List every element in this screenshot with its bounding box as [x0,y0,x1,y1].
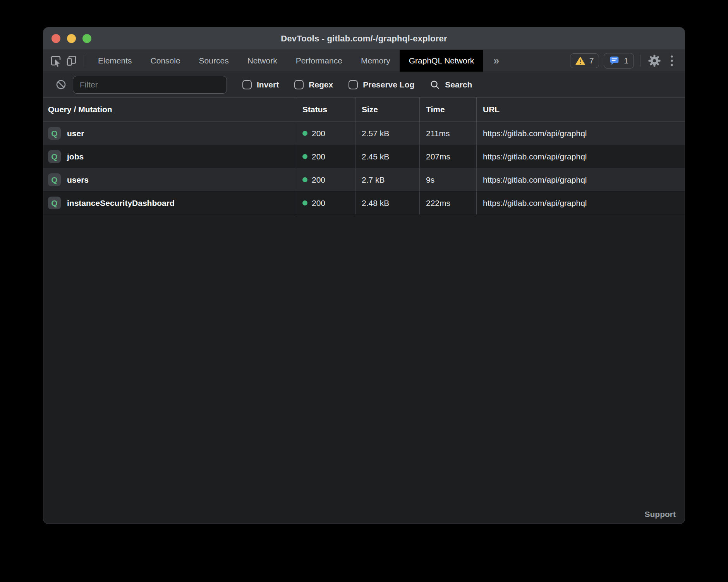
title-bar: DevTools - gitlab.com/-/graphql-explorer [43,27,685,50]
preserve-log-label: Preserve Log [363,80,414,89]
url-value: https://gitlab.com/api/graphql [483,152,587,161]
settings-icon [648,54,661,67]
table-row[interactable]: Q jobs 200 2.45 kB 207ms https://gitlab.… [43,145,685,168]
size-value: 2.57 kB [362,129,389,138]
column-header-query[interactable]: Query / Mutation [43,98,296,122]
query-name: jobs [67,152,84,161]
tab-sources[interactable]: Sources [190,50,238,72]
time-value: 211ms [426,129,450,138]
preserve-log-checkbox-group[interactable]: Preserve Log [349,80,414,89]
status-code: 200 [312,175,325,185]
status-ok-icon [302,177,307,182]
tab-elements[interactable]: Elements [89,50,141,72]
warning-icon [575,56,585,65]
issues-icon [609,56,620,66]
regex-label: Regex [309,80,333,89]
close-window-button[interactable] [52,34,60,43]
preserve-log-checkbox[interactable] [349,80,358,89]
right-group-separator [640,55,640,67]
regex-checkbox-group[interactable]: Regex [294,80,333,89]
url-value: https://gitlab.com/api/graphql [483,175,587,185]
size-value: 2.48 kB [362,199,389,208]
url-value: https://gitlab.com/api/graphql [483,129,587,138]
url-value: https://gitlab.com/api/graphql [483,199,587,208]
minimize-window-button[interactable] [67,34,76,43]
tab-network[interactable]: Network [238,50,287,72]
regex-checkbox[interactable] [294,80,304,89]
tabbar-right-controls: 7 1 [570,50,685,72]
tab-performance[interactable]: Performance [287,50,352,72]
warnings-badge[interactable]: 7 [570,53,599,68]
inspect-element-button[interactable] [48,50,64,72]
status-code: 200 [312,152,325,161]
kebab-icon [670,54,674,67]
search-icon [430,80,440,90]
support-link[interactable]: Support [645,510,676,519]
query-badge: Q [48,127,61,140]
column-header-url[interactable]: URL [476,98,685,122]
table-row[interactable]: Q instanceSecurityDashboard 200 2.48 kB … [43,192,685,215]
more-tabs-icon[interactable]: » [483,50,509,72]
size-value: 2.7 kB [362,175,385,185]
invert-checkbox[interactable] [242,80,252,89]
empty-content-area [43,215,685,524]
maximize-window-button[interactable] [82,34,91,43]
time-value: 207ms [426,152,450,161]
tab-memory[interactable]: Memory [352,50,400,72]
invert-checkbox-group[interactable]: Invert [242,80,279,89]
time-value: 9s [426,175,434,185]
table-row[interactable]: Q user 200 2.57 kB 211ms https://gitlab.… [43,122,685,145]
search-control[interactable]: Search [430,80,472,90]
table-row[interactable]: Q users 200 2.7 kB 9s https://gitlab.com… [43,168,685,192]
devtools-window: DevTools - gitlab.com/-/graphql-explorer… [43,27,685,524]
status-ok-icon [302,131,307,136]
device-toolbar-icon [65,55,77,67]
search-label: Search [445,80,472,89]
status-code: 200 [312,129,325,138]
window-title: DevTools - gitlab.com/-/graphql-explorer [281,34,447,44]
filter-toolbar: Invert Regex Preserve Log Search [43,72,685,98]
status-ok-icon [302,154,307,159]
clear-filter-icon [56,79,66,90]
status-ok-icon [302,200,307,205]
traffic-lights [52,27,91,50]
query-name: users [67,175,89,185]
settings-button[interactable] [647,54,662,67]
query-name: instanceSecurityDashboard [67,199,175,208]
query-name: user [67,129,84,138]
column-header-status[interactable]: Status [296,98,355,122]
more-options-button[interactable] [667,54,677,67]
status-code: 200 [312,199,325,208]
query-badge: Q [48,173,61,186]
tab-graphql-network[interactable]: GraphQL Network [400,50,483,72]
toolbar-separator [84,55,84,67]
device-toolbar-button[interactable] [64,50,79,72]
warnings-count: 7 [589,56,594,65]
tab-console[interactable]: Console [141,50,190,72]
issues-badge[interactable]: 1 [604,53,634,68]
inspect-icon [50,55,62,67]
size-value: 2.45 kB [362,152,389,161]
filter-input[interactable] [73,76,227,94]
table-header: Query / Mutation Status Size Time URL [43,98,685,122]
clear-requests-button[interactable] [55,79,67,90]
issues-count: 1 [624,56,628,65]
column-header-time[interactable]: Time [419,98,476,122]
time-value: 222ms [426,199,450,208]
devtools-tab-bar: Elements Console Sources Network Perform… [43,50,685,72]
invert-label: Invert [257,80,279,89]
query-badge: Q [48,197,61,209]
column-header-size[interactable]: Size [355,98,419,122]
query-badge: Q [48,150,61,163]
